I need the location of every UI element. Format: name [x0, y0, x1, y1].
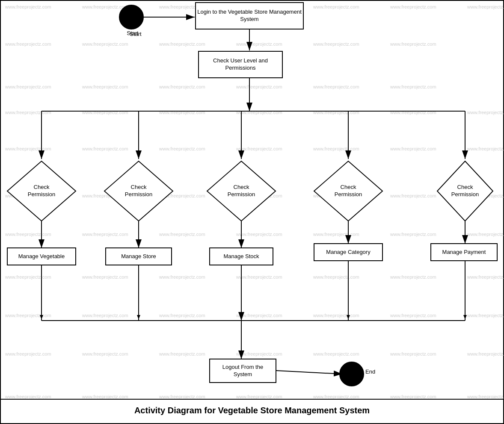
login-node: Login to the Vegetable Store Management …	[196, 3, 303, 29]
manage-payment-node: Manage Payment	[431, 244, 497, 261]
svg-marker-39	[137, 315, 140, 319]
diagram-title: Activity Diagram for Vegetable Store Man…	[1, 406, 503, 415]
check-permission-5-node: CheckPermission	[437, 178, 493, 204]
check-permission-1-node: CheckPermission	[7, 178, 76, 204]
svg-marker-40	[347, 315, 350, 319]
svg-marker-38	[40, 315, 43, 319]
diagram-container: www.freeprojectz.com www.freeprojectz.co…	[0, 0, 504, 424]
check-user-level-node: Check User Level andPermissions	[199, 51, 282, 78]
check-permission-3-node: CheckPermission	[207, 178, 276, 204]
svg-point-1	[119, 5, 143, 29]
manage-vegetable-node: Manage Vegetable	[7, 248, 76, 265]
start-text: Start	[120, 30, 145, 37]
svg-marker-41	[463, 315, 467, 319]
svg-point-37	[340, 362, 364, 386]
manage-store-node: Manage Store	[106, 248, 172, 265]
check-permission-2-node: CheckPermission	[104, 178, 173, 204]
check-permission-4-node: CheckPermission	[314, 178, 382, 204]
manage-category-node: Manage Category	[314, 244, 382, 261]
svg-line-36	[276, 371, 342, 374]
logout-node: Logout From theSystem	[210, 359, 276, 383]
end-label: End	[365, 368, 375, 375]
manage-stock-node: Manage Stock	[210, 248, 273, 265]
